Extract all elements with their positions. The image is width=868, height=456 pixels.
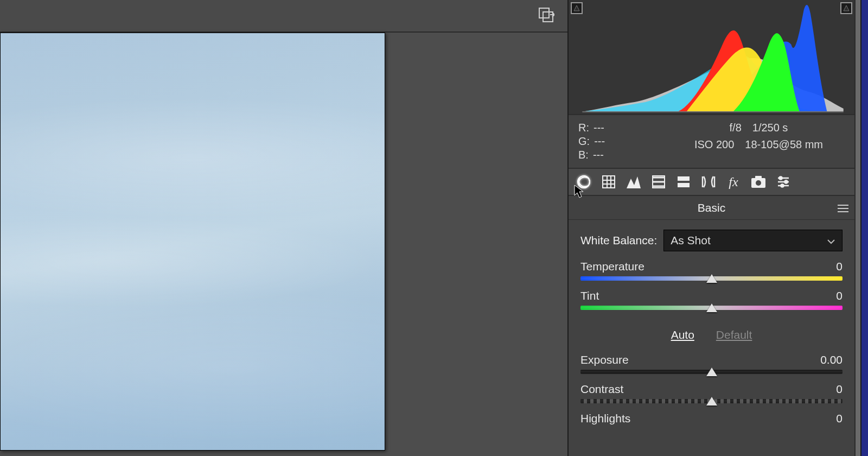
lens-corrections-tab-icon[interactable] bbox=[700, 173, 717, 191]
tint-slider[interactable] bbox=[580, 306, 843, 310]
temperature-label: Temperature bbox=[580, 260, 644, 273]
exposure-slider[interactable] bbox=[580, 370, 843, 374]
export-icon[interactable] bbox=[538, 7, 554, 24]
r-label: R: bbox=[578, 122, 589, 134]
effects-tab-icon[interactable]: fx bbox=[725, 173, 742, 191]
metadata-bar: R:--- G:--- B:--- f/8 1/250 s ISO 200 18… bbox=[569, 114, 854, 169]
exposure-label: Exposure bbox=[580, 353, 629, 366]
contrast-label: Contrast bbox=[580, 383, 623, 396]
tone-curve-tab-icon[interactable] bbox=[600, 173, 617, 191]
exposure-value[interactable]: 0.00 bbox=[820, 353, 843, 366]
white-balance-value: As Shot bbox=[671, 234, 711, 247]
highlights-label: Highlights bbox=[580, 412, 630, 425]
svg-rect-5 bbox=[603, 176, 615, 188]
contrast-slider[interactable] bbox=[580, 399, 843, 403]
auto-button[interactable]: Auto bbox=[671, 328, 694, 341]
inspector-panel: R:--- G:--- B:--- f/8 1/250 s ISO 200 18… bbox=[567, 0, 854, 456]
detail-tab-icon[interactable] bbox=[625, 173, 642, 191]
svg-rect-14 bbox=[678, 176, 690, 181]
slider-thumb[interactable] bbox=[706, 397, 717, 406]
canvas-toolbar bbox=[0, 0, 567, 33]
r-value: --- bbox=[593, 122, 604, 134]
exif-lens: 18-105@58 mm bbox=[745, 138, 823, 151]
b-value: --- bbox=[593, 149, 604, 161]
white-balance-label: White Balance: bbox=[580, 234, 657, 247]
svg-rect-19 bbox=[755, 176, 762, 179]
temperature-value[interactable]: 0 bbox=[836, 260, 843, 273]
edit-tabs: fx bbox=[569, 169, 854, 196]
photo-preview bbox=[0, 33, 385, 451]
histogram[interactable] bbox=[569, 0, 854, 114]
shadow-clip-indicator[interactable] bbox=[571, 2, 583, 14]
tint-value[interactable]: 0 bbox=[836, 289, 843, 302]
split-toning-tab-icon[interactable] bbox=[675, 173, 692, 191]
chevron-down-icon bbox=[827, 234, 835, 247]
color-mixer-tab-icon[interactable] bbox=[650, 173, 667, 191]
calibration-tab-icon[interactable] bbox=[750, 173, 767, 191]
slider-thumb[interactable] bbox=[706, 368, 717, 376]
highlights-value[interactable]: 0 bbox=[836, 412, 843, 425]
svg-point-26 bbox=[781, 185, 784, 187]
b-label: B: bbox=[578, 149, 589, 161]
highlight-clip-indicator[interactable] bbox=[840, 2, 852, 14]
tint-label: Tint bbox=[580, 289, 599, 302]
basic-panel: White Balance: As Shot Temperature 0 bbox=[569, 220, 854, 426]
scrollbar[interactable] bbox=[854, 0, 860, 456]
g-label: G: bbox=[578, 135, 590, 148]
slider-thumb[interactable] bbox=[706, 303, 717, 312]
g-value: --- bbox=[594, 135, 605, 148]
presets-tab-icon[interactable] bbox=[775, 173, 792, 191]
exif-iso: ISO 200 bbox=[694, 138, 734, 151]
svg-point-24 bbox=[780, 177, 782, 180]
canvas-area bbox=[0, 0, 567, 456]
exif-aperture: f/8 bbox=[730, 122, 742, 134]
panel-title: Basic bbox=[698, 201, 725, 214]
contrast-value[interactable]: 0 bbox=[836, 383, 843, 396]
exif-info: f/8 1/250 s ISO 200 18-105@58 mm bbox=[694, 122, 823, 161]
default-button[interactable]: Default bbox=[716, 328, 752, 341]
svg-rect-1 bbox=[543, 12, 553, 22]
canvas-viewport[interactable] bbox=[0, 33, 567, 456]
temperature-slider[interactable] bbox=[580, 276, 843, 281]
panel-header: Basic bbox=[569, 196, 854, 220]
right-edge bbox=[860, 0, 868, 456]
white-balance-select[interactable]: As Shot bbox=[663, 230, 843, 251]
svg-point-20 bbox=[756, 180, 761, 186]
svg-rect-0 bbox=[539, 8, 549, 18]
panel-menu-icon[interactable] bbox=[837, 202, 849, 216]
exif-shutter: 1/250 s bbox=[752, 122, 788, 134]
slider-thumb[interactable] bbox=[706, 274, 717, 283]
basic-tab-icon[interactable] bbox=[575, 173, 592, 191]
svg-rect-15 bbox=[678, 183, 690, 187]
svg-point-25 bbox=[785, 181, 788, 183]
